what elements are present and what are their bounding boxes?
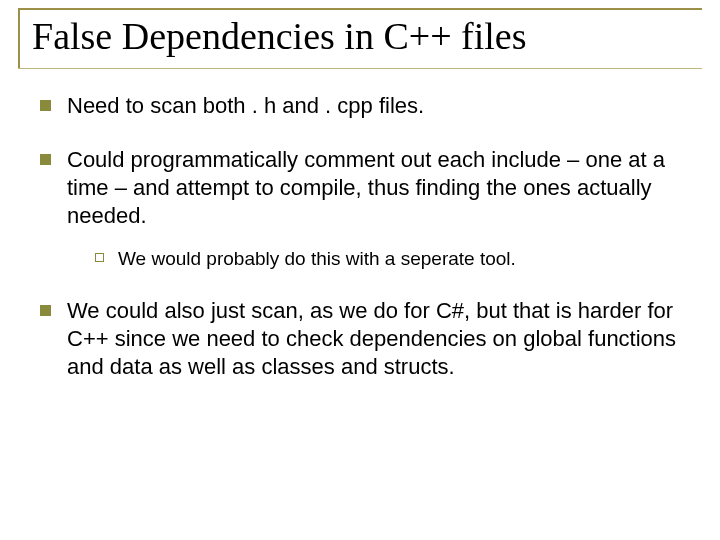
slide-body: Need to scan both . h and . cpp files. C… [40,92,680,381]
list-item: Need to scan both . h and . cpp files. [40,92,680,120]
list-item-text: We could also just scan, as we do for C#… [67,297,680,381]
slide-title: False Dependencies in C++ files [18,8,702,58]
bullet-hollow-square-icon [95,253,104,262]
title-area: False Dependencies in C++ files [18,8,702,58]
list-item-text: Need to scan both . h and . cpp files. [67,92,680,120]
list-item-text-span: Could programmatically comment out each … [67,147,665,228]
list-item-text: Could programmatically comment out each … [67,146,680,271]
slide: False Dependencies in C++ files Need to … [0,0,720,540]
list-item: Could programmatically comment out each … [40,146,680,271]
bullet-square-icon [40,100,51,111]
bullet-square-icon [40,305,51,316]
sub-list-item: We would probably do this with a seperat… [95,247,680,271]
bullet-square-icon [40,154,51,165]
sub-list-item-text: We would probably do this with a seperat… [118,247,516,271]
title-rule-bottom [18,68,702,69]
list-item: We could also just scan, as we do for C#… [40,297,680,381]
sub-list: We would probably do this with a seperat… [67,247,680,271]
